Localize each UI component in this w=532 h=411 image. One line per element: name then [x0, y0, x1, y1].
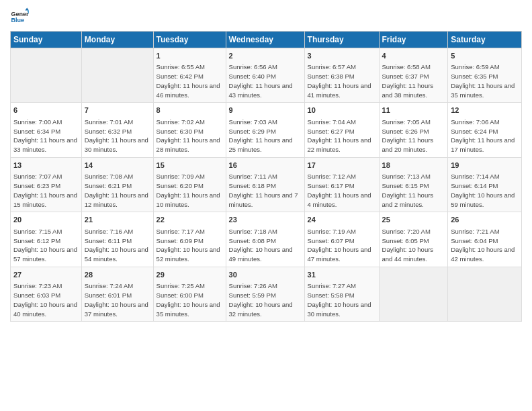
calendar-week-3: 13Sunrise: 7:07 AMSunset: 6:23 PMDayligh…: [11, 157, 522, 212]
day-info: Sunrise: 7:26 AMSunset: 5:59 PMDaylight:…: [229, 281, 302, 318]
weekday-header-thursday: Thursday: [304, 32, 379, 48]
calendar-cell: 20Sunrise: 7:15 AMSunset: 6:12 PMDayligh…: [11, 212, 82, 267]
day-info: Sunrise: 6:59 AMSunset: 6:35 PMDaylight:…: [451, 62, 519, 99]
day-info: Sunrise: 7:05 AMSunset: 6:26 PMDaylight:…: [382, 118, 445, 154]
day-number: 15: [157, 161, 223, 171]
day-info: Sunrise: 7:18 AMSunset: 6:08 PMDaylight:…: [229, 227, 302, 264]
calendar-table: SundayMondayTuesdayWednesdayThursdayFrid…: [10, 31, 522, 322]
day-number: 23: [229, 215, 302, 225]
day-number: 31: [308, 270, 376, 280]
day-info: Sunrise: 7:03 AMSunset: 6:29 PMDaylight:…: [229, 118, 302, 154]
day-info: Sunrise: 7:27 AMSunset: 5:58 PMDaylight:…: [308, 281, 376, 318]
svg-text:Blue: Blue: [11, 17, 24, 24]
calendar-week-1: 1Sunrise: 6:55 AMSunset: 6:42 PMDaylight…: [11, 48, 522, 103]
svg-marker-2: [25, 7, 29, 10]
calendar-cell: [379, 267, 448, 321]
calendar-cell: 16Sunrise: 7:11 AMSunset: 6:18 PMDayligh…: [226, 157, 304, 212]
day-number: 7: [85, 105, 150, 116]
day-info: Sunrise: 7:08 AMSunset: 6:21 PMDaylight:…: [85, 172, 150, 209]
day-number: 4: [382, 51, 445, 61]
day-info: Sunrise: 7:11 AMSunset: 6:18 PMDaylight:…: [229, 172, 302, 209]
day-info: Sunrise: 7:24 AMSunset: 6:01 PMDaylight:…: [85, 281, 150, 318]
page: General Blue SundayMondayTuesdayWednesda…: [0, 0, 532, 411]
calendar-cell: 27Sunrise: 7:23 AMSunset: 6:03 PMDayligh…: [11, 267, 82, 321]
calendar-cell: 30Sunrise: 7:26 AMSunset: 5:59 PMDayligh…: [226, 267, 304, 321]
day-number: 29: [157, 270, 223, 280]
calendar-cell: 22Sunrise: 7:17 AMSunset: 6:09 PMDayligh…: [153, 212, 226, 267]
day-number: 22: [157, 215, 223, 225]
day-number: 11: [382, 105, 445, 116]
calendar-cell: 21Sunrise: 7:16 AMSunset: 6:11 PMDayligh…: [81, 212, 153, 267]
weekday-header-friday: Friday: [379, 32, 448, 48]
calendar-cell: [81, 48, 153, 103]
calendar-cell: 18Sunrise: 7:13 AMSunset: 6:15 PMDayligh…: [379, 157, 448, 212]
calendar-cell: 31Sunrise: 7:27 AMSunset: 5:58 PMDayligh…: [304, 267, 379, 321]
calendar-cell: [11, 48, 82, 103]
weekday-header-wednesday: Wednesday: [226, 32, 304, 48]
day-info: Sunrise: 7:02 AMSunset: 6:30 PMDaylight:…: [157, 118, 223, 154]
calendar-cell: 8Sunrise: 7:02 AMSunset: 6:30 PMDaylight…: [153, 103, 226, 157]
calendar-week-5: 27Sunrise: 7:23 AMSunset: 6:03 PMDayligh…: [11, 267, 522, 321]
day-info: Sunrise: 7:00 AMSunset: 6:34 PMDaylight:…: [13, 118, 79, 154]
day-info: Sunrise: 7:25 AMSunset: 6:00 PMDaylight:…: [157, 281, 223, 318]
calendar-cell: 13Sunrise: 7:07 AMSunset: 6:23 PMDayligh…: [11, 157, 82, 212]
day-info: Sunrise: 7:17 AMSunset: 6:09 PMDaylight:…: [157, 227, 223, 264]
day-number: 14: [85, 161, 150, 171]
calendar-week-2: 6Sunrise: 7:00 AMSunset: 6:34 PMDaylight…: [11, 103, 522, 157]
day-info: Sunrise: 6:58 AMSunset: 6:37 PMDaylight:…: [382, 62, 445, 99]
logo-icon: General Blue: [10, 7, 29, 26]
day-number: 20: [13, 215, 79, 225]
day-number: 5: [451, 51, 519, 61]
day-info: Sunrise: 7:14 AMSunset: 6:14 PMDaylight:…: [451, 172, 519, 209]
day-number: 13: [13, 161, 79, 171]
day-info: Sunrise: 6:56 AMSunset: 6:40 PMDaylight:…: [229, 62, 302, 99]
day-info: Sunrise: 7:19 AMSunset: 6:07 PMDaylight:…: [308, 227, 376, 264]
calendar-cell: 29Sunrise: 7:25 AMSunset: 6:00 PMDayligh…: [153, 267, 226, 321]
header: General Blue: [10, 7, 522, 26]
day-number: 12: [451, 105, 519, 116]
day-info: Sunrise: 7:15 AMSunset: 6:12 PMDaylight:…: [13, 227, 79, 264]
calendar-cell: 3Sunrise: 6:57 AMSunset: 6:38 PMDaylight…: [304, 48, 379, 103]
calendar-cell: 25Sunrise: 7:20 AMSunset: 6:05 PMDayligh…: [379, 212, 448, 267]
calendar-week-4: 20Sunrise: 7:15 AMSunset: 6:12 PMDayligh…: [11, 212, 522, 267]
day-number: 1: [157, 51, 223, 61]
weekday-header-row: SundayMondayTuesdayWednesdayThursdayFrid…: [11, 32, 522, 48]
day-info: Sunrise: 7:12 AMSunset: 6:17 PMDaylight:…: [308, 172, 376, 209]
calendar-cell: 2Sunrise: 6:56 AMSunset: 6:40 PMDaylight…: [226, 48, 304, 103]
day-number: 2: [229, 51, 302, 61]
day-number: 16: [229, 161, 302, 171]
day-number: 17: [308, 161, 376, 171]
calendar-cell: 28Sunrise: 7:24 AMSunset: 6:01 PMDayligh…: [81, 267, 153, 321]
day-number: 8: [157, 105, 223, 116]
day-info: Sunrise: 6:57 AMSunset: 6:38 PMDaylight:…: [308, 62, 376, 99]
day-number: 25: [382, 215, 445, 225]
day-info: Sunrise: 7:01 AMSunset: 6:32 PMDaylight:…: [85, 118, 150, 154]
calendar-cell: 15Sunrise: 7:09 AMSunset: 6:20 PMDayligh…: [153, 157, 226, 212]
day-number: 3: [308, 51, 376, 61]
day-info: Sunrise: 7:04 AMSunset: 6:27 PMDaylight:…: [308, 118, 376, 154]
weekday-header-monday: Monday: [81, 32, 153, 48]
calendar-cell: 4Sunrise: 6:58 AMSunset: 6:37 PMDaylight…: [379, 48, 448, 103]
day-number: 28: [85, 270, 150, 280]
day-info: Sunrise: 7:13 AMSunset: 6:15 PMDaylight:…: [382, 172, 445, 209]
day-number: 19: [451, 161, 519, 171]
calendar-cell: 23Sunrise: 7:18 AMSunset: 6:08 PMDayligh…: [226, 212, 304, 267]
day-info: Sunrise: 7:23 AMSunset: 6:03 PMDaylight:…: [13, 281, 79, 318]
day-number: 21: [85, 215, 150, 225]
weekday-header-sunday: Sunday: [11, 32, 82, 48]
day-info: Sunrise: 6:55 AMSunset: 6:42 PMDaylight:…: [157, 62, 223, 99]
day-number: 9: [229, 105, 302, 116]
day-number: 27: [13, 270, 79, 280]
day-info: Sunrise: 7:09 AMSunset: 6:20 PMDaylight:…: [157, 172, 223, 209]
calendar-cell: 26Sunrise: 7:21 AMSunset: 6:04 PMDayligh…: [448, 212, 522, 267]
calendar-cell: 7Sunrise: 7:01 AMSunset: 6:32 PMDaylight…: [81, 103, 153, 157]
day-number: 10: [308, 105, 376, 116]
day-number: 26: [451, 215, 519, 225]
day-info: Sunrise: 7:07 AMSunset: 6:23 PMDaylight:…: [13, 172, 79, 209]
day-number: 24: [308, 215, 376, 225]
calendar-cell: 12Sunrise: 7:06 AMSunset: 6:24 PMDayligh…: [448, 103, 522, 157]
day-info: Sunrise: 7:06 AMSunset: 6:24 PMDaylight:…: [451, 118, 519, 154]
weekday-header-tuesday: Tuesday: [153, 32, 226, 48]
calendar-cell: 10Sunrise: 7:04 AMSunset: 6:27 PMDayligh…: [304, 103, 379, 157]
day-number: 6: [13, 105, 79, 116]
